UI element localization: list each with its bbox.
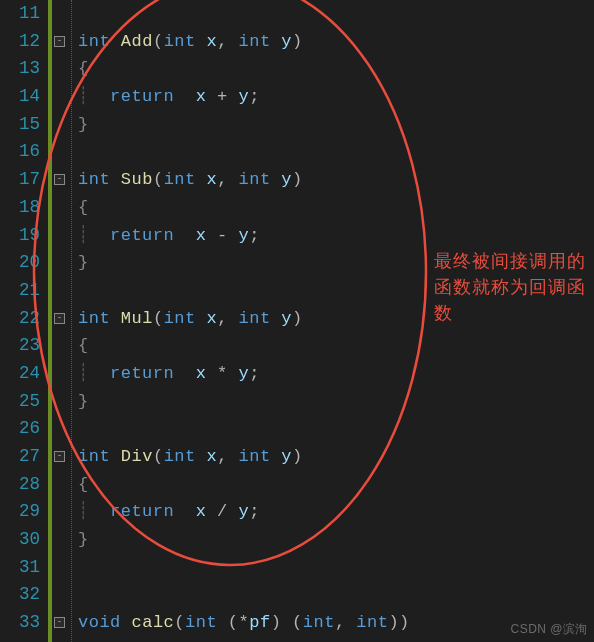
line-number: 33	[0, 609, 40, 637]
line-number: 30	[0, 526, 40, 554]
fold-toggle[interactable]: -	[54, 36, 65, 47]
fold-toggle[interactable]: -	[54, 313, 65, 324]
line-number: 25	[0, 388, 40, 416]
line-number: 20	[0, 249, 40, 277]
line-number: 27	[0, 443, 40, 471]
fold-toggle[interactable]: -	[54, 174, 65, 185]
line-number: 29	[0, 498, 40, 526]
fold-column: - - - - -	[52, 0, 68, 642]
line-number: 22	[0, 305, 40, 333]
fold-toggle[interactable]: -	[54, 451, 65, 462]
line-number: 17	[0, 166, 40, 194]
outer-guide	[68, 0, 78, 642]
line-number: 28	[0, 471, 40, 499]
line-number: 11	[0, 0, 40, 28]
watermark: CSDN @滨洵	[510, 621, 588, 638]
line-number: 16	[0, 138, 40, 166]
line-number: 26	[0, 415, 40, 443]
line-number-gutter: 11 12 13 14 15 16 17 18 19 20 21 22 23 2…	[0, 0, 48, 642]
line-number: 32	[0, 581, 40, 609]
line-number: 13	[0, 55, 40, 83]
line-number: 21	[0, 277, 40, 305]
line-number: 23	[0, 332, 40, 360]
annotation-text: 最终被间接调用的 函数就称为回调函 数	[434, 248, 592, 326]
line-number: 15	[0, 111, 40, 139]
line-number: 24	[0, 360, 40, 388]
fold-toggle[interactable]: -	[54, 617, 65, 628]
line-number: 12	[0, 28, 40, 56]
line-number: 31	[0, 554, 40, 582]
line-number: 14	[0, 83, 40, 111]
line-number: 19	[0, 222, 40, 250]
line-number: 18	[0, 194, 40, 222]
